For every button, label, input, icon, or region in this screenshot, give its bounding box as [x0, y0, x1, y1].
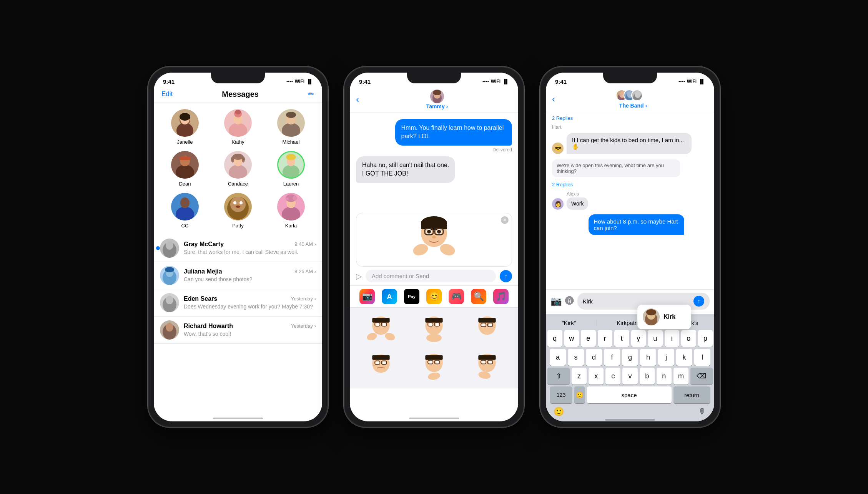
- key-k[interactable]: k: [676, 349, 692, 366]
- replies-2[interactable]: 2 Replies: [552, 182, 708, 187]
- compose-button[interactable]: ✏: [308, 90, 314, 99]
- game-app-icon[interactable]: 🎮: [449, 289, 464, 304]
- battery-icon-1: ▐▌: [306, 79, 313, 84]
- msg-item-juliana[interactable]: Juliana Mejia 8:25 AM › Can you send tho…: [154, 262, 322, 289]
- sticker-6[interactable]: [462, 350, 512, 384]
- key-a[interactable]: a: [550, 349, 566, 366]
- contact-karla[interactable]: Karla: [268, 193, 314, 229]
- key-c[interactable]: c: [605, 368, 620, 385]
- key-j[interactable]: j: [658, 349, 674, 366]
- key-r[interactable]: r: [598, 330, 613, 347]
- key-u[interactable]: u: [648, 330, 663, 347]
- key-n[interactable]: n: [657, 368, 672, 385]
- search-app-icon[interactable]: 🔍: [471, 289, 486, 304]
- return-key[interactable]: return: [673, 386, 710, 403]
- key-g[interactable]: g: [622, 349, 638, 366]
- shift-key[interactable]: ⇧: [547, 368, 570, 385]
- key-m[interactable]: m: [673, 368, 688, 385]
- key-h[interactable]: h: [640, 349, 656, 366]
- comment-input[interactable]: Add comment or Send: [366, 270, 496, 282]
- close-memoji-button[interactable]: ✕: [501, 216, 509, 224]
- contact-michael[interactable]: Michael: [268, 109, 314, 145]
- key-f[interactable]: f: [604, 349, 620, 366]
- svg-point-97: [489, 361, 492, 364]
- contact-candace[interactable]: Candace: [215, 151, 261, 187]
- msg-avatar-eden: [160, 293, 179, 312]
- key-p[interactable]: p: [698, 330, 713, 347]
- camera-button-3[interactable]: 📷: [550, 296, 562, 307]
- svg-point-8: [282, 123, 300, 137]
- notch-1: [211, 73, 265, 83]
- key-y[interactable]: y: [631, 330, 646, 347]
- expand-button[interactable]: ▷: [356, 272, 362, 281]
- edit-button[interactable]: Edit: [161, 90, 173, 98]
- key-d[interactable]: d: [586, 349, 602, 366]
- memoji-sticker-grid: [350, 308, 518, 388]
- key-b[interactable]: b: [640, 368, 655, 385]
- key-i[interactable]: i: [665, 330, 680, 347]
- back-button-3[interactable]: ‹: [552, 94, 555, 104]
- emoji-icon[interactable]: 🙂: [554, 407, 564, 417]
- key-o[interactable]: o: [681, 330, 696, 347]
- back-button-2[interactable]: ‹: [356, 94, 359, 105]
- msg-time-eden: Yesterday ›: [291, 296, 316, 302]
- svg-point-84: [383, 361, 386, 365]
- contact-cc[interactable]: CC: [161, 193, 208, 229]
- send-button-3[interactable]: ↑: [693, 296, 704, 307]
- emoji-key[interactable]: 🙂: [574, 386, 585, 403]
- home-indicator-2: [409, 418, 459, 419]
- replies-1[interactable]: 2 Replies: [552, 115, 708, 121]
- music-app-icon[interactable]: 🎵: [493, 289, 509, 304]
- msg-item-richard[interactable]: Richard Howarth Yesterday › Wow, that's …: [154, 317, 322, 344]
- msg-preview-gray: Sure, that works for me. I can call Stev…: [184, 249, 316, 255]
- contact-patty[interactable]: Patty: [215, 193, 261, 229]
- msg-item-eden[interactable]: Eden Sears Yesterday › Does Wednesday ev…: [154, 289, 322, 317]
- key-e[interactable]: e: [581, 330, 596, 347]
- sticker-1[interactable]: [356, 312, 406, 346]
- contact-dean[interactable]: Dean: [161, 151, 208, 187]
- mention-name-kirk[interactable]: Kirk: [663, 313, 675, 320]
- numbers-key[interactable]: 123: [550, 386, 572, 403]
- app-button-3[interactable]: 🅐: [565, 296, 574, 307]
- memoji-app-icon[interactable]: 😊: [426, 289, 442, 304]
- chat-avatar-tammy: [430, 90, 444, 103]
- key-w[interactable]: w: [564, 330, 579, 347]
- apple-pay-icon[interactable]: Pay: [404, 289, 419, 304]
- key-z[interactable]: z: [572, 368, 587, 385]
- signal-icon-1: ▪▪▪▪: [286, 79, 293, 84]
- key-s[interactable]: s: [568, 349, 584, 366]
- svg-point-4: [229, 123, 247, 137]
- comment-bar: ▷ Add comment or Send ↑: [350, 267, 518, 285]
- avatar-candace: [224, 151, 252, 179]
- chat-header-center[interactable]: Tammy ›: [362, 90, 512, 109]
- sticker-2[interactable]: [409, 312, 459, 346]
- autocorrect-1[interactable]: "Kirk": [559, 319, 579, 327]
- key-q[interactable]: q: [547, 330, 562, 347]
- contact-name-dean: Dean: [179, 181, 191, 187]
- contact-janelle[interactable]: Janelle: [161, 109, 208, 145]
- msg-time-juliana: 8:25 AM ›: [294, 269, 316, 274]
- svg-point-63: [383, 323, 386, 326]
- space-key[interactable]: space: [587, 386, 672, 403]
- key-v[interactable]: v: [622, 368, 637, 385]
- notch-2: [407, 73, 461, 83]
- phone-1: 9:41 ▪▪▪▪ WiFi ▐▌ Edit Messages ✏: [148, 66, 328, 428]
- time-2: 9:41: [359, 78, 371, 85]
- contact-kathy[interactable]: Kathy: [215, 109, 261, 145]
- sticker-4[interactable]: [356, 350, 406, 384]
- mic-icon[interactable]: 🎙: [698, 407, 707, 417]
- send-button-2[interactable]: ↑: [500, 270, 512, 282]
- photos-app-icon[interactable]: 📷: [359, 289, 375, 304]
- app-store-icon[interactable]: A: [382, 289, 397, 304]
- delete-key[interactable]: ⌫: [690, 368, 713, 385]
- sticker-5[interactable]: [409, 350, 459, 384]
- keyboard-bottom: 🙂 🎙: [547, 405, 713, 420]
- sticker-3[interactable]: [462, 312, 512, 346]
- svg-point-53: [437, 230, 441, 234]
- key-l[interactable]: l: [694, 349, 710, 366]
- msg-item-gray[interactable]: Gray McCarty 9:40 AM › Sure, that works …: [154, 235, 322, 262]
- svg-point-52: [427, 230, 431, 234]
- contact-lauren[interactable]: Lauren: [268, 151, 314, 187]
- key-t[interactable]: t: [614, 330, 629, 347]
- key-x[interactable]: x: [589, 368, 604, 385]
